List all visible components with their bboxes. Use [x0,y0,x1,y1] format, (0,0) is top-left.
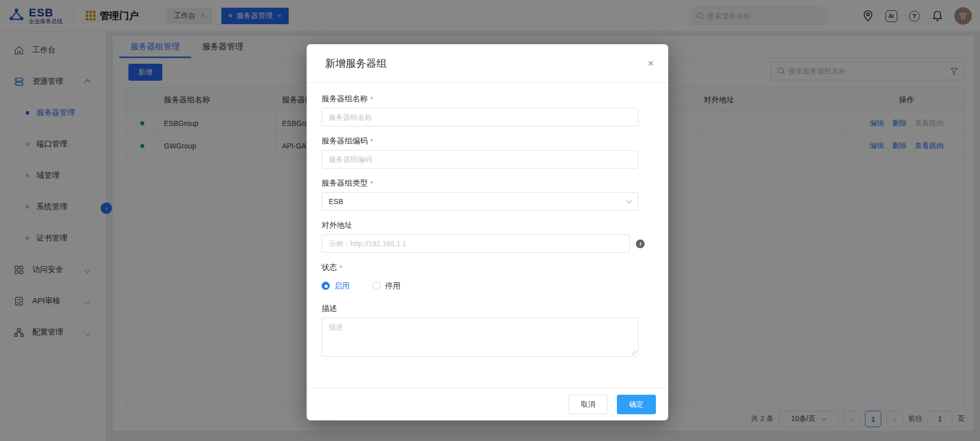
required-asterisk: * [340,264,342,272]
close-icon[interactable]: × [648,58,654,68]
field-label: 状态 [322,263,337,272]
group-name-input[interactable] [322,108,638,126]
chevron-down-icon [626,197,632,203]
field-label: 服务器组类型 [322,178,368,188]
required-asterisk: * [370,179,373,188]
radio-dot-icon [372,282,381,290]
field-label: 服务器组编码 [322,136,368,146]
field-group-type: 服务器组类型 * ESB [322,178,645,211]
group-code-input[interactable] [322,150,638,169]
required-asterisk: * [370,95,373,103]
external-address-input[interactable] [322,234,630,253]
radio-dot-icon [322,282,330,290]
field-description: 描述 [322,304,645,359]
info-icon[interactable]: i [636,240,645,248]
field-status: 状态 * 启用 停用 [322,263,645,292]
field-label: 服务器组名称 [322,94,368,104]
required-asterisk: * [370,137,373,145]
confirm-button[interactable]: 确定 [617,395,656,414]
dialog-title: 新增服务器组 [325,57,387,70]
field-label: 描述 [322,304,337,314]
description-textarea[interactable] [322,318,638,357]
select-value: ESB [329,197,343,206]
status-radio-disabled[interactable]: 停用 [372,281,401,291]
group-type-select[interactable]: ESB [322,192,638,211]
cancel-button[interactable]: 取消 [569,395,608,414]
field-group-code: 服务器组编码 * [322,136,645,169]
field-external-address: 对外地址 i [322,220,645,253]
status-radio-enabled[interactable]: 启用 [322,281,350,291]
field-label: 对外地址 [322,220,352,230]
add-server-group-dialog: 新增服务器组 × 服务器组名称 * 服务器组编码 * 服务器组类型 * ESB [307,44,668,420]
field-group-name: 服务器组名称 * [322,94,645,126]
resize-handle[interactable] [632,351,637,356]
